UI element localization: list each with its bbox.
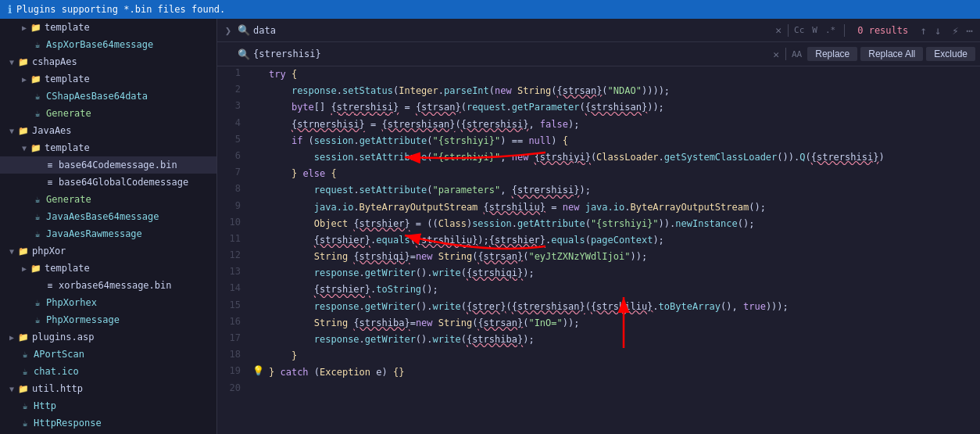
sidebar-item-label: PhpXormessage	[46, 314, 120, 325]
results-count: 0 results	[857, 25, 908, 36]
sidebar-item-template-php[interactable]: 📁 template	[0, 260, 216, 277]
file-icon: ☕	[31, 194, 44, 205]
sidebar-item-cshap[interactable]: 📁 cshapAes	[0, 53, 216, 70]
sidebar-item-phpxormessage[interactable]: ☕ PhpXormessage	[0, 311, 216, 328]
sidebar-item-label: base64Codemessage.bin	[59, 160, 177, 170]
code-line: 7 } else {	[217, 166, 980, 182]
arrow-icon	[6, 56, 17, 67]
sidebar-item-generate-java[interactable]: ☕ Generate	[0, 191, 216, 208]
search-input[interactable]	[253, 25, 769, 36]
code-line: 2 response.setStatus(Integer.parseInt(ne…	[217, 83, 980, 99]
code-line: 18 }	[217, 348, 980, 364]
code-line: 19 💡 } catch (Exception e) {}	[217, 364, 980, 381]
file-icon: ☕	[31, 228, 44, 239]
sidebar-item-label: base64GlobalCodemessage	[59, 177, 188, 188]
file-icon: ☕	[19, 366, 31, 377]
file-icon: ☕	[31, 108, 44, 119]
sidebar-item-phpxorhex[interactable]: ☕ PhpXorhex	[0, 294, 216, 311]
whole-word-button[interactable]: W	[810, 24, 820, 36]
replace-all-button[interactable]: Replace All	[860, 47, 923, 61]
sidebar-item-javaraw[interactable]: ☕ JavaAesRawmessage	[0, 225, 216, 242]
sidebar-item-label: template	[45, 142, 90, 153]
code-line: 11 {strshier}.equals({strshiliu});{strsh…	[217, 232, 980, 249]
info-bar: ℹ Plugins supporting *.bin files found.	[0, 0, 980, 19]
replace-input[interactable]	[253, 48, 767, 59]
sidebar-item-httpresponse[interactable]: ☕ HttpResponse	[0, 414, 216, 432]
sidebar-item-generate-cshap[interactable]: ☕ Generate	[0, 105, 216, 122]
file-icon: ☕	[31, 91, 44, 102]
info-message: Plugins supporting *.bin files found.	[16, 4, 225, 15]
sidebar-item-label: HttpResponse	[34, 418, 102, 429]
code-line: 15 response.getWriter().write({strer}({s…	[217, 299, 980, 315]
list-icon: ≡	[44, 160, 56, 170]
sidebar-item-utilhttp[interactable]: 📁 util.http	[0, 380, 216, 397]
sidebar-item-label: Http	[34, 400, 56, 411]
arrow-icon	[6, 246, 17, 256]
sidebar-item-label: chat.ico	[34, 366, 79, 377]
search-expand-icon[interactable]: ❯	[222, 24, 234, 37]
replace-search-icon: 🔍	[238, 48, 250, 60]
sidebar-item-http[interactable]: ☕ Http	[0, 397, 216, 414]
search-icon: 🔍	[238, 24, 250, 36]
bulb-icon[interactable]: 💡	[252, 365, 264, 376]
code-line: 10 Object {strshier} = ((Class)session.g…	[217, 216, 980, 232]
sidebar-item-javabase64[interactable]: ☕ JavaAesBase64message	[0, 208, 216, 225]
code-line: 14 {strshier}.toString();	[217, 282, 980, 298]
info-icon: ℹ	[8, 3, 12, 16]
sidebar-item-base64code[interactable]: ≡ base64Codemessage.bin	[0, 156, 216, 174]
sidebar-item-base64global[interactable]: ≡ base64GlobalCodemessage	[0, 174, 216, 191]
replace-clear-button[interactable]: ✕	[770, 47, 782, 62]
sidebar-item-javaaes[interactable]: 📁 JavaAes	[0, 122, 216, 139]
code-line: 9 java.io.ByteArrayOutputStream {strshil…	[217, 199, 980, 216]
sidebar-item-pluginsasp[interactable]: 📁 plugins.asp	[0, 328, 216, 346]
sidebar-item-xorbase64bin[interactable]: ≡ xorbase64message.bin	[0, 277, 216, 294]
sidebar-item-label: AspXorBase64message	[46, 39, 153, 50]
right-panel: ❯ 🔍 ✕ Cc W .* 0 results ↑ ↓ ⚡ ⋯ ❯ 🔍 ✕	[217, 19, 980, 434]
case-sensitive-button[interactable]: AA	[789, 48, 804, 60]
code-line: 12 String {strshiqi}=new String({strsan}…	[217, 249, 980, 265]
exclude-button[interactable]: Exclude	[926, 47, 975, 61]
filter-button[interactable]: ⚡	[950, 24, 960, 37]
sidebar-item-phpxor[interactable]: 📁 phpXor	[0, 242, 216, 260]
file-icon: ☕	[19, 349, 31, 360]
folder-icon: 📁	[17, 246, 30, 256]
sidebar-item-aportscan[interactable]: ☕ APortScan	[0, 346, 216, 363]
sidebar-item-label: xorbase64message.bin	[59, 280, 172, 291]
code-line: 16 String {strshiba}=new String({strsan}…	[217, 315, 980, 332]
arrow-icon	[19, 142, 30, 153]
list-icon: ≡	[44, 177, 56, 188]
sidebar-item-template-top[interactable]: 📁 template	[0, 19, 216, 36]
sidebar-item-template-cshap[interactable]: 📁 template	[0, 70, 216, 88]
arrow-icon	[6, 383, 17, 394]
sidebar-item-template-java[interactable]: 📁 template	[0, 139, 216, 156]
list-icon: ≡	[44, 280, 56, 291]
search-bar-2: ❯ 🔍 ✕ AA Replace Replace All Exclude	[217, 42, 980, 66]
next-result-button[interactable]: ↓	[932, 24, 943, 37]
replace-button[interactable]: Replace	[807, 47, 857, 61]
sidebar-item-label: APortScan	[34, 349, 84, 360]
prev-result-button[interactable]: ↑	[917, 24, 928, 37]
code-editor[interactable]: 1 try { 2 response.setStatus(Integer.par…	[217, 66, 980, 434]
sidebar-item-label: Generate	[46, 108, 91, 119]
arrow-icon	[6, 125, 17, 136]
folder-icon: 📁	[17, 383, 30, 394]
more-options-button[interactable]: ⋯	[964, 24, 975, 37]
sidebar-item-label: JavaAesBase64message	[46, 211, 159, 222]
file-icon: ☕	[19, 418, 31, 429]
sidebar-item-cshapbase64[interactable]: ☕ CShapAesBase64data	[0, 88, 216, 105]
sidebar-item-label: Generate	[46, 194, 91, 205]
sidebar-item-aspxor[interactable]: ☕ AspXorBase64message	[0, 36, 216, 53]
search-clear-button[interactable]: ✕	[772, 23, 785, 38]
folder-icon: 📁	[17, 332, 30, 343]
code-line: 17 response.getWriter().write({strshiba}…	[217, 332, 980, 348]
search-container: ❯ 🔍 ✕ Cc W .* 0 results ↑ ↓ ⚡ ⋯ ❯ 🔍 ✕	[217, 19, 980, 66]
file-icon: ☕	[31, 314, 44, 325]
regex-button[interactable]: .*	[823, 24, 838, 36]
sidebar-item-chatic[interactable]: ☕ chat.ico	[0, 363, 216, 380]
folder-icon: 📁	[30, 74, 42, 84]
code-line: 8 request.setAttribute("parameters", {st…	[217, 182, 980, 199]
sidebar-item-label: util.http	[32, 383, 83, 394]
arrow-icon	[6, 332, 17, 343]
match-case-button[interactable]: Cc	[792, 24, 807, 36]
code-line: 3 byte[] {strershisi} = {strsan}(request…	[217, 99, 980, 116]
